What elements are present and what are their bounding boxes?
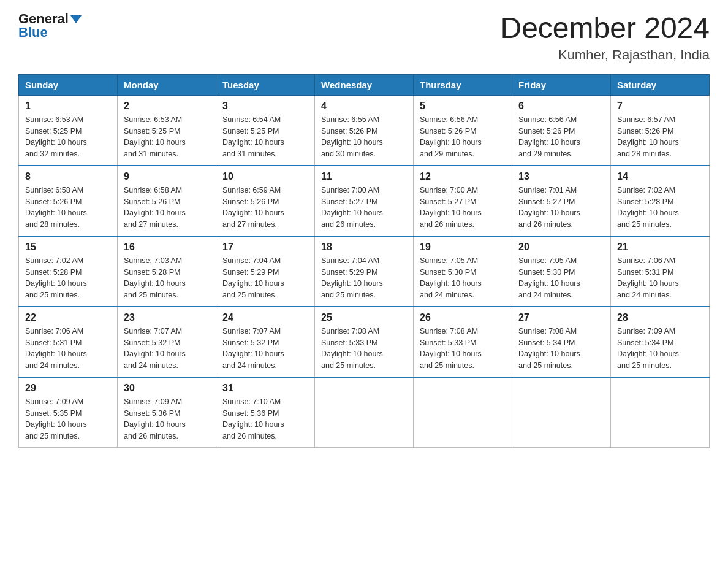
- calendar-day-cell: 11 Sunrise: 7:00 AM Sunset: 5:27 PM Dayl…: [315, 166, 414, 236]
- header-tuesday: Tuesday: [216, 74, 315, 95]
- calendar-day-cell: 16 Sunrise: 7:03 AM Sunset: 5:28 PM Dayl…: [118, 236, 216, 307]
- day-number: 21: [617, 242, 703, 253]
- calendar-day-cell: [414, 377, 512, 448]
- calendar-day-cell: 12 Sunrise: 7:00 AM Sunset: 5:27 PM Dayl…: [414, 166, 512, 236]
- day-number: 29: [25, 383, 111, 394]
- day-number: 11: [321, 171, 407, 182]
- title-block: December 2024 Kumher, Rajasthan, India: [500, 12, 710, 63]
- day-info: Sunrise: 6:58 AM Sunset: 5:26 PM Dayligh…: [124, 185, 210, 231]
- calendar-day-cell: 5 Sunrise: 6:56 AM Sunset: 5:26 PM Dayli…: [414, 95, 512, 166]
- day-info: Sunrise: 6:57 AM Sunset: 5:26 PM Dayligh…: [617, 114, 703, 160]
- day-number: 12: [420, 171, 506, 182]
- calendar-day-cell: 25 Sunrise: 7:08 AM Sunset: 5:33 PM Dayl…: [315, 307, 414, 377]
- day-info: Sunrise: 7:07 AM Sunset: 5:32 PM Dayligh…: [222, 326, 308, 372]
- month-title: December 2024: [500, 12, 710, 45]
- day-info: Sunrise: 6:58 AM Sunset: 5:26 PM Dayligh…: [25, 185, 111, 231]
- day-number: 27: [518, 312, 604, 323]
- calendar-day-cell: 14 Sunrise: 7:02 AM Sunset: 5:28 PM Dayl…: [611, 166, 710, 236]
- location-title: Kumher, Rajasthan, India: [500, 47, 710, 63]
- day-number: 31: [222, 383, 308, 394]
- calendar-week-row: 1 Sunrise: 6:53 AM Sunset: 5:25 PM Dayli…: [19, 95, 710, 166]
- day-info: Sunrise: 7:09 AM Sunset: 5:35 PM Dayligh…: [25, 396, 111, 442]
- day-number: 19: [420, 242, 506, 253]
- day-number: 22: [25, 312, 111, 323]
- calendar-day-cell: 21 Sunrise: 7:06 AM Sunset: 5:31 PM Dayl…: [611, 236, 710, 307]
- day-info: Sunrise: 7:08 AM Sunset: 5:33 PM Dayligh…: [420, 326, 506, 372]
- header-saturday: Saturday: [611, 74, 710, 95]
- day-info: Sunrise: 7:06 AM Sunset: 5:31 PM Dayligh…: [617, 255, 703, 301]
- day-info: Sunrise: 7:01 AM Sunset: 5:27 PM Dayligh…: [518, 185, 604, 231]
- logo-blue-text: Blue: [18, 26, 48, 39]
- day-info: Sunrise: 7:04 AM Sunset: 5:29 PM Dayligh…: [321, 255, 407, 301]
- day-number: 5: [420, 101, 506, 112]
- calendar-header-row: SundayMondayTuesdayWednesdayThursdayFrid…: [19, 74, 710, 95]
- calendar-day-cell: 1 Sunrise: 6:53 AM Sunset: 5:25 PM Dayli…: [19, 95, 118, 166]
- day-number: 24: [222, 312, 308, 323]
- calendar-day-cell: 28 Sunrise: 7:09 AM Sunset: 5:34 PM Dayl…: [611, 307, 710, 377]
- day-info: Sunrise: 7:09 AM Sunset: 5:36 PM Dayligh…: [124, 396, 210, 442]
- calendar-day-cell: 27 Sunrise: 7:08 AM Sunset: 5:34 PM Dayl…: [512, 307, 611, 377]
- calendar-day-cell: 29 Sunrise: 7:09 AM Sunset: 5:35 PM Dayl…: [19, 377, 118, 448]
- calendar-day-cell: 4 Sunrise: 6:55 AM Sunset: 5:26 PM Dayli…: [315, 95, 414, 166]
- calendar-day-cell: 3 Sunrise: 6:54 AM Sunset: 5:25 PM Dayli…: [216, 95, 315, 166]
- day-number: 30: [124, 383, 210, 394]
- day-info: Sunrise: 6:56 AM Sunset: 5:26 PM Dayligh…: [420, 114, 506, 160]
- calendar-day-cell: 15 Sunrise: 7:02 AM Sunset: 5:28 PM Dayl…: [19, 236, 118, 307]
- day-number: 17: [222, 242, 308, 253]
- calendar-day-cell: 7 Sunrise: 6:57 AM Sunset: 5:26 PM Dayli…: [611, 95, 710, 166]
- day-number: 25: [321, 312, 407, 323]
- day-number: 3: [222, 101, 308, 112]
- logo-general-text: General: [18, 12, 82, 26]
- calendar-day-cell: [512, 377, 611, 448]
- day-info: Sunrise: 7:05 AM Sunset: 5:30 PM Dayligh…: [420, 255, 506, 301]
- day-number: 8: [25, 171, 111, 182]
- calendar-day-cell: 24 Sunrise: 7:07 AM Sunset: 5:32 PM Dayl…: [216, 307, 315, 377]
- day-info: Sunrise: 6:56 AM Sunset: 5:26 PM Dayligh…: [518, 114, 604, 160]
- header-sunday: Sunday: [19, 74, 118, 95]
- day-info: Sunrise: 6:53 AM Sunset: 5:25 PM Dayligh…: [25, 114, 111, 160]
- calendar-day-cell: 9 Sunrise: 6:58 AM Sunset: 5:26 PM Dayli…: [118, 166, 216, 236]
- calendar-day-cell: 30 Sunrise: 7:09 AM Sunset: 5:36 PM Dayl…: [118, 377, 216, 448]
- day-number: 4: [321, 101, 407, 112]
- day-info: Sunrise: 7:07 AM Sunset: 5:32 PM Dayligh…: [124, 326, 210, 372]
- day-number: 15: [25, 242, 111, 253]
- calendar-day-cell: 2 Sunrise: 6:53 AM Sunset: 5:25 PM Dayli…: [118, 95, 216, 166]
- calendar-day-cell: 26 Sunrise: 7:08 AM Sunset: 5:33 PM Dayl…: [414, 307, 512, 377]
- day-info: Sunrise: 6:54 AM Sunset: 5:25 PM Dayligh…: [222, 114, 308, 160]
- calendar-week-row: 22 Sunrise: 7:06 AM Sunset: 5:31 PM Dayl…: [19, 307, 710, 377]
- day-info: Sunrise: 7:00 AM Sunset: 5:27 PM Dayligh…: [321, 185, 407, 231]
- day-number: 20: [518, 242, 604, 253]
- page-header: General Blue December 2024 Kumher, Rajas…: [18, 12, 710, 63]
- day-info: Sunrise: 6:55 AM Sunset: 5:26 PM Dayligh…: [321, 114, 407, 160]
- calendar-day-cell: 19 Sunrise: 7:05 AM Sunset: 5:30 PM Dayl…: [414, 236, 512, 307]
- calendar-day-cell: 18 Sunrise: 7:04 AM Sunset: 5:29 PM Dayl…: [315, 236, 414, 307]
- day-info: Sunrise: 7:04 AM Sunset: 5:29 PM Dayligh…: [222, 255, 308, 301]
- calendar-day-cell: 17 Sunrise: 7:04 AM Sunset: 5:29 PM Dayl…: [216, 236, 315, 307]
- day-info: Sunrise: 7:08 AM Sunset: 5:33 PM Dayligh…: [321, 326, 407, 372]
- header-friday: Friday: [512, 74, 611, 95]
- day-info: Sunrise: 7:03 AM Sunset: 5:28 PM Dayligh…: [124, 255, 210, 301]
- calendar-week-row: 29 Sunrise: 7:09 AM Sunset: 5:35 PM Dayl…: [19, 377, 710, 448]
- calendar-day-cell: 23 Sunrise: 7:07 AM Sunset: 5:32 PM Dayl…: [118, 307, 216, 377]
- header-monday: Monday: [118, 74, 216, 95]
- day-number: 13: [518, 171, 604, 182]
- day-info: Sunrise: 6:59 AM Sunset: 5:26 PM Dayligh…: [222, 185, 308, 231]
- day-info: Sunrise: 6:53 AM Sunset: 5:25 PM Dayligh…: [124, 114, 210, 160]
- calendar-day-cell: 20 Sunrise: 7:05 AM Sunset: 5:30 PM Dayl…: [512, 236, 611, 307]
- day-info: Sunrise: 7:02 AM Sunset: 5:28 PM Dayligh…: [617, 185, 703, 231]
- calendar-day-cell: 10 Sunrise: 6:59 AM Sunset: 5:26 PM Dayl…: [216, 166, 315, 236]
- day-info: Sunrise: 7:08 AM Sunset: 5:34 PM Dayligh…: [518, 326, 604, 372]
- calendar-week-row: 15 Sunrise: 7:02 AM Sunset: 5:28 PM Dayl…: [19, 236, 710, 307]
- day-info: Sunrise: 7:09 AM Sunset: 5:34 PM Dayligh…: [617, 326, 703, 372]
- day-number: 14: [617, 171, 703, 182]
- day-info: Sunrise: 7:10 AM Sunset: 5:36 PM Dayligh…: [222, 396, 308, 442]
- calendar-day-cell: 22 Sunrise: 7:06 AM Sunset: 5:31 PM Dayl…: [19, 307, 118, 377]
- day-number: 2: [124, 101, 210, 112]
- day-number: 10: [222, 171, 308, 182]
- day-number: 23: [124, 312, 210, 323]
- header-thursday: Thursday: [414, 74, 512, 95]
- calendar-day-cell: 31 Sunrise: 7:10 AM Sunset: 5:36 PM Dayl…: [216, 377, 315, 448]
- calendar-day-cell: 6 Sunrise: 6:56 AM Sunset: 5:26 PM Dayli…: [512, 95, 611, 166]
- calendar-day-cell: 13 Sunrise: 7:01 AM Sunset: 5:27 PM Dayl…: [512, 166, 611, 236]
- day-number: 9: [124, 171, 210, 182]
